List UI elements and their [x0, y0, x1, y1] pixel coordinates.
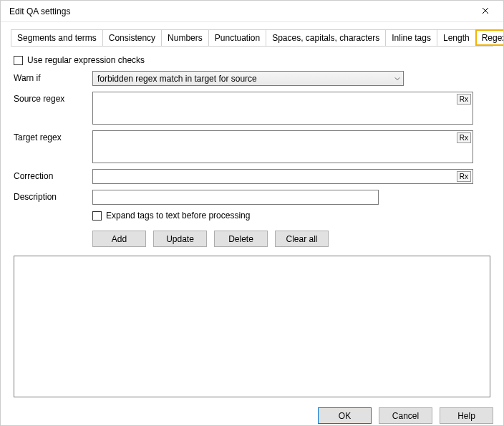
source-regex-input[interactable]: Rx: [92, 92, 473, 125]
close-button[interactable]: [475, 1, 496, 22]
expand-tags-checkbox[interactable]: [92, 211, 102, 221]
target-regex-label: Target regex: [14, 130, 92, 142]
regex-form: Use regular expression checks Warn if fo…: [11, 51, 493, 399]
tab-label: Numbers: [168, 33, 203, 43]
window-title: Edit QA settings: [9, 6, 70, 16]
button-label: Delete: [228, 234, 253, 244]
tab-segments-and-terms[interactable]: Segments and terms: [11, 29, 103, 46]
button-label: Add: [112, 234, 127, 244]
warn-if-value: forbidden regex match in target for sour…: [97, 74, 257, 84]
source-regex-label: Source regex: [14, 92, 92, 104]
tab-label: Punctuation: [215, 33, 260, 43]
dialog-footer: OK Cancel Help: [11, 407, 493, 424]
tab-strip: Segments and terms Consistency Numbers P…: [11, 29, 493, 47]
expand-tags-label: Expand tags to text before processing: [106, 210, 250, 221]
delete-button[interactable]: Delete: [214, 231, 268, 247]
tab-label: Segments and terms: [17, 33, 97, 43]
button-label: OK: [339, 411, 351, 421]
button-label: Cancel: [392, 411, 419, 421]
warn-if-combobox[interactable]: forbidden regex match in target for sour…: [92, 71, 404, 86]
correction-label: Correction: [14, 169, 92, 181]
rx-builder-button[interactable]: Rx: [457, 171, 471, 182]
rx-builder-button[interactable]: Rx: [457, 132, 471, 143]
description-input[interactable]: [92, 190, 379, 205]
add-button[interactable]: Add: [92, 231, 146, 247]
clear-all-button[interactable]: Clear all: [275, 231, 329, 247]
rx-builder-button[interactable]: Rx: [457, 94, 471, 105]
button-label: Clear all: [286, 234, 317, 244]
rules-listbox[interactable]: [14, 256, 490, 397]
ok-button[interactable]: OK: [318, 407, 372, 424]
button-label: Help: [457, 411, 475, 421]
tab-label: Length: [443, 33, 470, 43]
tab-spaces-capitals-characters[interactable]: Spaces, capitals, characters: [266, 29, 386, 46]
update-button[interactable]: Update: [153, 231, 207, 247]
tab-numbers[interactable]: Numbers: [161, 29, 209, 46]
use-regex-checkbox[interactable]: [14, 56, 23, 65]
help-button[interactable]: Help: [440, 407, 493, 424]
correction-input[interactable]: Rx: [92, 169, 473, 184]
dialog-content: Segments and terms Consistency Numbers P…: [1, 22, 503, 426]
chevron-down-icon: [394, 74, 400, 84]
tab-inline-tags[interactable]: Inline tags: [385, 29, 437, 46]
use-regex-label: Use regular expression checks: [27, 55, 145, 65]
tab-length[interactable]: Length: [437, 29, 476, 46]
description-label: Description: [14, 190, 92, 202]
cancel-button[interactable]: Cancel: [379, 407, 432, 424]
titlebar: Edit QA settings: [1, 1, 503, 22]
tab-label: Spaces, capitals, characters: [272, 33, 379, 43]
tab-punctuation[interactable]: Punctuation: [208, 29, 266, 46]
close-icon: [482, 6, 489, 16]
tab-regex[interactable]: Regex: [475, 29, 504, 46]
button-label: Update: [166, 234, 194, 244]
warn-if-label: Warn if: [14, 71, 92, 83]
tab-label: Inline tags: [392, 33, 431, 43]
tab-label: Regex: [482, 33, 504, 43]
tab-label: Consistency: [109, 33, 155, 43]
target-regex-input[interactable]: Rx: [92, 130, 473, 163]
tab-consistency[interactable]: Consistency: [102, 29, 162, 46]
